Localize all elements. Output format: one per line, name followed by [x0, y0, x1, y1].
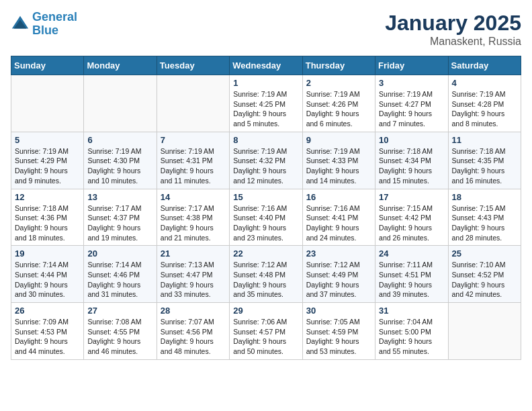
calendar-cell: 23Sunrise: 7:12 AM Sunset: 4:49 PM Dayli… — [302, 246, 375, 303]
day-number: 21 — [161, 248, 226, 259]
day-info: Sunrise: 7:19 AM Sunset: 4:32 PM Dayligh… — [233, 146, 298, 186]
day-number: 29 — [233, 306, 298, 316]
calendar-header: SundayMondayTuesdayWednesdayThursdayFrid… — [11, 56, 521, 75]
day-info: Sunrise: 7:17 AM Sunset: 4:37 PM Dayligh… — [87, 203, 152, 243]
day-number: 20 — [87, 248, 152, 259]
calendar-subtitle: Manaskent, Russia — [385, 36, 521, 48]
day-info: Sunrise: 7:14 AM Sunset: 4:44 PM Dayligh… — [15, 260, 80, 300]
calendar-cell — [448, 303, 521, 360]
calendar-cell: 28Sunrise: 7:07 AM Sunset: 4:56 PM Dayli… — [157, 303, 229, 360]
day-info: Sunrise: 7:05 AM Sunset: 4:59 PM Dayligh… — [306, 317, 371, 357]
calendar-cell: 17Sunrise: 7:15 AM Sunset: 4:42 PM Dayli… — [375, 189, 448, 246]
day-info: Sunrise: 7:07 AM Sunset: 4:56 PM Dayligh… — [161, 317, 226, 357]
calendar-cell: 11Sunrise: 7:18 AM Sunset: 4:35 PM Dayli… — [448, 132, 521, 189]
day-info: Sunrise: 7:19 AM Sunset: 4:29 PM Dayligh… — [15, 146, 80, 186]
day-number: 13 — [87, 192, 152, 202]
day-info: Sunrise: 7:17 AM Sunset: 4:38 PM Dayligh… — [161, 203, 226, 243]
day-number: 4 — [452, 78, 517, 88]
day-number: 11 — [452, 135, 517, 145]
calendar-cell: 3Sunrise: 7:19 AM Sunset: 4:27 PM Daylig… — [375, 75, 448, 132]
calendar-cell: 6Sunrise: 7:19 AM Sunset: 4:30 PM Daylig… — [84, 132, 157, 189]
logo-icon — [11, 15, 30, 34]
day-number: 12 — [15, 192, 80, 202]
day-number: 27 — [87, 306, 152, 316]
day-info: Sunrise: 7:18 AM Sunset: 4:34 PM Dayligh… — [379, 146, 444, 186]
day-info: Sunrise: 7:18 AM Sunset: 4:36 PM Dayligh… — [15, 203, 80, 243]
day-info: Sunrise: 7:12 AM Sunset: 4:49 PM Dayligh… — [306, 260, 371, 300]
day-number: 25 — [452, 248, 517, 259]
calendar-cell: 16Sunrise: 7:16 AM Sunset: 4:41 PM Dayli… — [302, 189, 375, 246]
calendar-week-row: 1Sunrise: 7:19 AM Sunset: 4:25 PM Daylig… — [11, 75, 521, 132]
calendar-cell: 15Sunrise: 7:16 AM Sunset: 4:40 PM Dayli… — [230, 189, 302, 246]
calendar-cell — [84, 75, 157, 132]
day-info: Sunrise: 7:19 AM Sunset: 4:30 PM Dayligh… — [87, 146, 152, 186]
day-info: Sunrise: 7:04 AM Sunset: 5:00 PM Dayligh… — [379, 317, 444, 357]
day-info: Sunrise: 7:19 AM Sunset: 4:28 PM Dayligh… — [452, 89, 517, 129]
calendar-cell: 31Sunrise: 7:04 AM Sunset: 5:00 PM Dayli… — [375, 303, 448, 360]
logo: General Blue — [11, 11, 77, 38]
weekday-header: Monday — [84, 56, 157, 75]
day-number: 16 — [306, 192, 371, 202]
calendar-cell: 21Sunrise: 7:13 AM Sunset: 4:47 PM Dayli… — [157, 246, 229, 303]
title-block: January 2025 Manaskent, Russia — [385, 11, 521, 48]
calendar-title: January 2025 — [385, 11, 521, 36]
day-number: 10 — [379, 135, 444, 145]
day-number: 17 — [379, 192, 444, 202]
calendar-cell: 14Sunrise: 7:17 AM Sunset: 4:38 PM Dayli… — [157, 189, 229, 246]
calendar-week-row: 19Sunrise: 7:14 AM Sunset: 4:44 PM Dayli… — [11, 246, 521, 303]
day-number: 19 — [15, 248, 80, 259]
calendar-cell: 20Sunrise: 7:14 AM Sunset: 4:46 PM Dayli… — [84, 246, 157, 303]
calendar-cell: 24Sunrise: 7:11 AM Sunset: 4:51 PM Dayli… — [375, 246, 448, 303]
day-number: 18 — [452, 192, 517, 202]
calendar-body: 1Sunrise: 7:19 AM Sunset: 4:25 PM Daylig… — [11, 75, 521, 360]
day-number: 24 — [379, 248, 444, 259]
day-number: 3 — [379, 78, 444, 88]
calendar-week-row: 26Sunrise: 7:09 AM Sunset: 4:53 PM Dayli… — [11, 303, 521, 360]
calendar-cell: 25Sunrise: 7:10 AM Sunset: 4:52 PM Dayli… — [448, 246, 521, 303]
day-info: Sunrise: 7:16 AM Sunset: 4:41 PM Dayligh… — [306, 203, 371, 243]
calendar-cell: 12Sunrise: 7:18 AM Sunset: 4:36 PM Dayli… — [11, 189, 84, 246]
calendar-cell: 1Sunrise: 7:19 AM Sunset: 4:25 PM Daylig… — [230, 75, 302, 132]
day-number: 22 — [233, 248, 298, 259]
calendar-cell: 8Sunrise: 7:19 AM Sunset: 4:32 PM Daylig… — [230, 132, 302, 189]
day-info: Sunrise: 7:10 AM Sunset: 4:52 PM Dayligh… — [452, 260, 517, 300]
day-number: 31 — [379, 306, 444, 316]
weekday-header: Tuesday — [157, 56, 229, 75]
day-number: 28 — [161, 306, 226, 316]
day-info: Sunrise: 7:12 AM Sunset: 4:48 PM Dayligh… — [233, 260, 298, 300]
calendar-cell: 26Sunrise: 7:09 AM Sunset: 4:53 PM Dayli… — [11, 303, 84, 360]
calendar-cell: 9Sunrise: 7:19 AM Sunset: 4:33 PM Daylig… — [302, 132, 375, 189]
day-info: Sunrise: 7:09 AM Sunset: 4:53 PM Dayligh… — [15, 317, 80, 357]
calendar-cell: 29Sunrise: 7:06 AM Sunset: 4:57 PM Dayli… — [230, 303, 302, 360]
day-info: Sunrise: 7:19 AM Sunset: 4:25 PM Dayligh… — [233, 89, 298, 129]
calendar-cell: 13Sunrise: 7:17 AM Sunset: 4:37 PM Dayli… — [84, 189, 157, 246]
calendar-cell: 5Sunrise: 7:19 AM Sunset: 4:29 PM Daylig… — [11, 132, 84, 189]
day-number: 1 — [233, 78, 298, 88]
day-info: Sunrise: 7:15 AM Sunset: 4:43 PM Dayligh… — [452, 203, 517, 243]
day-number: 14 — [161, 192, 226, 202]
calendar-cell: 18Sunrise: 7:15 AM Sunset: 4:43 PM Dayli… — [448, 189, 521, 246]
day-info: Sunrise: 7:18 AM Sunset: 4:35 PM Dayligh… — [452, 146, 517, 186]
day-info: Sunrise: 7:19 AM Sunset: 4:33 PM Dayligh… — [306, 146, 371, 186]
calendar-cell: 27Sunrise: 7:08 AM Sunset: 4:55 PM Dayli… — [84, 303, 157, 360]
day-info: Sunrise: 7:19 AM Sunset: 4:31 PM Dayligh… — [161, 146, 226, 186]
calendar-week-row: 5Sunrise: 7:19 AM Sunset: 4:29 PM Daylig… — [11, 132, 521, 189]
calendar-cell: 4Sunrise: 7:19 AM Sunset: 4:28 PM Daylig… — [448, 75, 521, 132]
day-number: 5 — [15, 135, 80, 145]
calendar-cell: 22Sunrise: 7:12 AM Sunset: 4:48 PM Dayli… — [230, 246, 302, 303]
day-info: Sunrise: 7:16 AM Sunset: 4:40 PM Dayligh… — [233, 203, 298, 243]
calendar-week-row: 12Sunrise: 7:18 AM Sunset: 4:36 PM Dayli… — [11, 189, 521, 246]
weekday-header: Saturday — [448, 56, 521, 75]
day-info: Sunrise: 7:19 AM Sunset: 4:27 PM Dayligh… — [379, 89, 444, 129]
day-info: Sunrise: 7:19 AM Sunset: 4:26 PM Dayligh… — [306, 89, 371, 129]
weekday-header: Sunday — [11, 56, 84, 75]
weekday-header: Thursday — [302, 56, 375, 75]
day-info: Sunrise: 7:14 AM Sunset: 4:46 PM Dayligh… — [87, 260, 152, 300]
day-number: 23 — [306, 248, 371, 259]
calendar-cell: 19Sunrise: 7:14 AM Sunset: 4:44 PM Dayli… — [11, 246, 84, 303]
weekday-header: Friday — [375, 56, 448, 75]
weekday-row: SundayMondayTuesdayWednesdayThursdayFrid… — [11, 56, 521, 75]
day-number: 15 — [233, 192, 298, 202]
calendar-cell — [11, 75, 84, 132]
day-number: 7 — [161, 135, 226, 145]
